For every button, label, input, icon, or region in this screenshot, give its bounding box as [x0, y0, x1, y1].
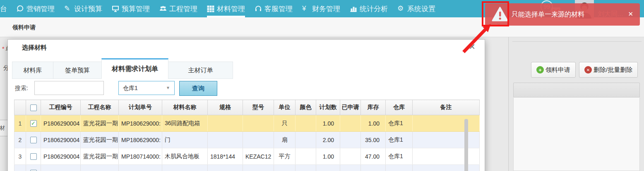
nav-item-workbench[interactable]: 工作台: [0, 0, 7, 17]
dialog-tabs: 材料库 签单预算 材料需求计划单 主材订单: [12, 58, 233, 79]
nav-item-label: 财务管理: [312, 4, 340, 14]
nav-item-label: 营销管理: [26, 4, 55, 14]
col-model: 型号: [243, 100, 274, 115]
yen-icon: ¥: [302, 5, 310, 12]
delete-batch-button[interactable]: ✕ 删除/批量删除: [579, 62, 638, 78]
grid-icon: [207, 5, 214, 12]
nav-item-budget[interactable]: 预算管理: [112, 0, 150, 17]
col-warehouse: 仓库: [386, 100, 413, 115]
toast-message: 只能选择单一来源的材料: [512, 3, 584, 26]
required-asterisk: *: [2, 45, 4, 52]
table-row[interactable]: 2 P1806290004 蓝光花园一期 MP180629000: 门 扇 2.…: [14, 132, 480, 148]
background-panel-header: [513, 83, 640, 97]
cross-circle-icon: ✕: [584, 66, 592, 74]
search-label: 搜索:: [15, 85, 28, 92]
nav-item-design-budget[interactable]: ✎ 设计预算: [64, 0, 102, 17]
tab-signed-budget[interactable]: 签单预算: [53, 62, 102, 79]
nav-item-engineering[interactable]: 工程管理: [159, 0, 197, 17]
tab-material-demand-plan[interactable]: 材料需求计划单: [101, 58, 168, 79]
background-panel-body: [513, 97, 640, 171]
col-plan-no: 计划单号: [119, 100, 162, 115]
edit-icon: ✎: [64, 5, 72, 12]
row-number-header: [14, 100, 26, 115]
material-request-button[interactable]: + 领料申请: [531, 62, 576, 78]
nav-item-finance[interactable]: ¥ 财务管理: [302, 0, 340, 17]
table-scrollbar[interactable]: [464, 119, 468, 171]
table-row[interactable]: 1 ✓ P1806290004 蓝光花园一期 MP180629000: 36回路…: [14, 115, 480, 132]
error-toast: 只能选择单一来源的材料 ✕: [485, 3, 640, 26]
nav-item-marketing[interactable]: 营销管理: [17, 0, 55, 17]
toast-close-icon[interactable]: ✕: [628, 10, 633, 18]
select-all-checkbox[interactable]: [30, 104, 37, 111]
col-remark: 备注: [413, 100, 480, 115]
background-toolbar: + 领料申请 ✕ 删除/批量删除: [531, 62, 638, 78]
nav-item-customer-service[interactable]: 客服管理: [255, 0, 293, 17]
nav-item-label: 材料管理: [217, 4, 245, 14]
nav-item-label: 设计预算: [74, 4, 102, 14]
table-row[interactable]: [14, 165, 480, 171]
col-plan-qty: 计划数: [316, 100, 340, 115]
chevron-down-icon: ▼: [166, 81, 170, 95]
row-checkbox[interactable]: [30, 137, 37, 143]
col-applied: 已申请: [340, 100, 361, 115]
nav-item-settings[interactable]: ⚙ 系统设置: [397, 0, 435, 17]
table-header-row: 工程编号 工程名称 计划单号 材料名称 规格 型号 单位 颜色 计划数 已申请 …: [14, 100, 480, 115]
warehouse-select[interactable]: 仓库1 ▼: [118, 81, 175, 95]
nav-item-label: 工程管理: [169, 4, 197, 14]
gear-icon: ⚙: [397, 5, 405, 12]
col-color: 颜色: [296, 100, 316, 115]
col-material-name: 材料名称: [162, 100, 208, 115]
select-material-dialog: 选择材料 ✕ 材料库 签单预算 材料需求计划单 主材订单 搜索: 仓库1 ▼ 查…: [7, 39, 485, 171]
row-checkbox-checked[interactable]: ✓: [30, 120, 37, 127]
nav-item-label: 统计分析: [360, 4, 388, 14]
nav-item-label: 客服管理: [264, 4, 293, 14]
dialog-title: 选择材料: [22, 44, 47, 52]
col-stock: 库存: [361, 100, 386, 115]
nav-item-label: 系统设置: [407, 4, 435, 14]
table-row[interactable]: 3 P1806290004 蓝光花园一期 MP180714000: 木肌风合地板…: [14, 148, 480, 165]
close-icon[interactable]: ✕: [469, 42, 476, 52]
headset-icon: [255, 5, 262, 12]
col-unit: 单位: [274, 100, 296, 115]
background-side-tab[interactable]: 材: [0, 120, 8, 136]
monitor-icon: [112, 5, 119, 12]
tab-material-library[interactable]: 材料库: [12, 62, 53, 79]
nav-item-statistics[interactable]: 统计分析: [350, 0, 388, 17]
col-spec: 规格: [208, 100, 243, 115]
nav-item-materials[interactable]: 材料管理: [207, 0, 245, 17]
divider: [512, 41, 642, 42]
nav-item-label: 预算管理: [122, 4, 150, 14]
warehouse-select-value: 仓库1: [123, 85, 138, 91]
chat-icon: [17, 5, 24, 12]
material-request-button-label: 领料申请: [545, 66, 570, 74]
delete-batch-button-label: 删除/批量删除: [594, 66, 632, 74]
plus-circle-icon: +: [536, 66, 544, 74]
warning-triangle-icon: [492, 7, 508, 22]
material-table: 工程编号 工程名称 计划单号 材料名称 规格 型号 单位 颜色 计划数 已申请 …: [14, 100, 480, 171]
col-project-name: 工程名称: [81, 100, 119, 115]
tab-main-material-order[interactable]: 主材订单: [168, 62, 233, 79]
query-button[interactable]: 查询: [179, 81, 217, 96]
nav-item-label: 工作台: [0, 4, 7, 14]
select-all-header: [26, 100, 41, 115]
row-checkbox[interactable]: [30, 153, 37, 160]
bar-chart-icon: [350, 5, 357, 12]
users-icon: [159, 5, 167, 12]
search-input[interactable]: [34, 81, 104, 95]
col-project-no: 工程编号: [41, 100, 81, 115]
